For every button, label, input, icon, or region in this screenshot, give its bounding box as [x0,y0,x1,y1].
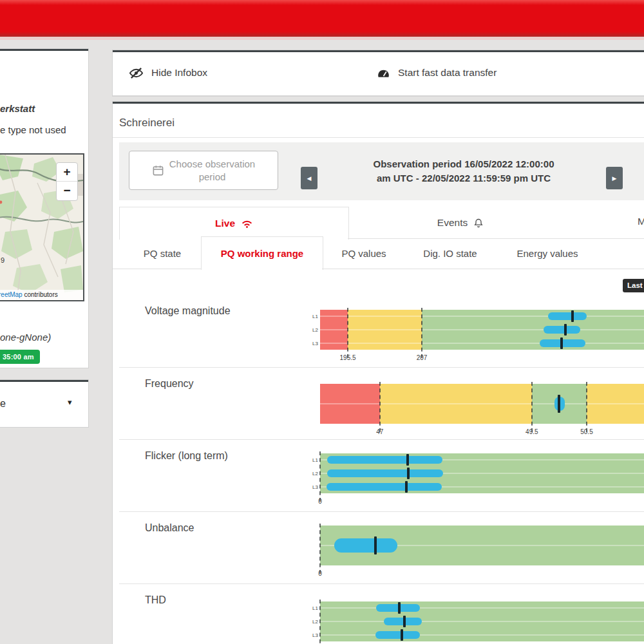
subtab-underline-right [322,269,644,269]
working-range-chart: 0L1L2L3 [320,453,644,493]
start-fast-data-transfer-button[interactable]: Start fast data transfer [377,52,497,93]
choose-observation-period-button[interactable]: Choose observation period [129,151,278,190]
location-map[interactable]: + − 9 reetMap contributors [0,153,84,301]
measured-range-capsule [548,312,587,320]
range-marker [407,468,410,479]
choose-period-label-line1: Choose observation [169,158,255,171]
axis-tick-label: 0 [318,570,322,577]
zoom-out-button[interactable]: − [57,182,77,200]
range-marker [558,395,560,413]
wifi-icon [241,218,253,229]
map-place-label: 9 [1,256,5,264]
measured-range-capsule [327,483,442,491]
device-info-card: erkstatt e type not used + − 9 reet [0,49,88,368]
limit-boundary [379,382,381,432]
pq-row-unbalance: Unbalance0 [119,511,644,584]
axis-tick-label: 207 [417,354,428,361]
title-divider [113,137,644,138]
axis-tick-label: 47 [376,428,383,435]
map-zoom-control: + − [56,162,78,201]
calendar-icon [152,164,164,176]
limit-boundary [347,308,348,358]
range-marker [564,324,567,336]
subtab-energy-values[interactable]: Energy values [506,248,589,259]
map-attribution: reetMap contributors [0,290,83,300]
chevron-down-icon[interactable]: ▾ [68,397,72,407]
tabbar-underline [348,238,644,239]
tab-events[interactable]: Events [348,207,573,239]
start-fast-data-transfer-label: Start fast data transfer [398,67,497,79]
axis-tick-label: 195.5 [340,354,356,361]
device-meta-text: one-gNone) [0,332,51,343]
phase-track [320,329,644,330]
subtab-underline-left [113,269,201,269]
axis-tick-label: 49.5 [526,428,538,435]
working-range-chart: 0 [320,526,644,565]
subtab-pq-working-range[interactable]: PQ working range [201,236,323,270]
pq-row-flicker-long-term: Flicker (long term)0L1L2L3 [119,439,644,512]
range-marker [405,481,408,493]
app-header-bar [0,0,644,37]
last-update-badge: 35:00 am [0,350,40,364]
zoom-in-button[interactable]: + [57,163,77,181]
monitoring-panel: Schreinerei Choose observation period ◀ … [113,102,644,644]
pq-row-title: Voltage magnitude [145,305,231,317]
pq-row-frequency: Frequency4749.550.5 [119,367,644,440]
axis-tick-label: 50.5 [580,428,592,435]
subtab-dig-io-state[interactable]: Dig. IO state [412,248,489,259]
observation-period-line1: Observation period 16/05/2022 12:00:00 [341,157,586,171]
phase-track [320,621,644,622]
measured-range-capsule [544,326,580,334]
measured-range-capsule [375,631,420,639]
pq-row-title: Frequency [145,378,194,390]
last-period-badge[interactable]: Last [623,279,644,292]
infobox-toolbar: Hide Infobox Start fast data transfer [113,50,644,96]
range-marker [374,536,377,554]
limit-boundary [421,308,422,358]
attribution-text: contributors [23,291,58,298]
measured-range-capsule [334,538,397,553]
phase-label: L2 [310,327,318,333]
working-range-chart: 0L1L2L3 [320,601,644,641]
tab-overflow[interactable]: M [638,216,644,227]
limit-boundary [531,382,533,432]
phase-label: L2 [310,619,318,625]
hide-infobox-button[interactable]: Hide Infobox [129,52,207,93]
phase-track [320,607,644,609]
phase-label: L1 [310,457,318,463]
observation-period-text: Observation period 16/05/2022 12:00:00 a… [341,157,586,185]
site-title: Schreinerei [119,117,175,129]
subtab-pq-state[interactable]: PQ state [133,248,191,259]
speedometer-icon [377,66,390,80]
limit-boundary [319,524,321,574]
phase-label: L3 [310,340,318,346]
bell-icon [473,218,484,229]
next-period-button[interactable]: ▶ [606,167,623,189]
measured-range-capsule [327,469,443,477]
range-marker [398,602,401,614]
working-range-chart: 4749.550.5 [320,384,644,424]
hide-infobox-label: Hide Infobox [151,67,207,79]
pq-row-title: Unbalance [145,522,194,534]
previous-period-button[interactable]: ◀ [301,167,317,189]
phase-track [320,316,644,317]
observation-period-bar: Choose observation period ◀ Observation … [119,142,644,200]
tab-live-label: Live [215,218,235,229]
osm-link[interactable]: reetMap [0,291,23,298]
range-marker [571,310,574,322]
pq-row-title: THD [145,594,166,606]
range-marker [403,616,406,627]
range-marker [406,454,409,466]
phase-label: L3 [310,632,318,638]
working-range-chart: 195.5207L1L2L3 [320,310,644,350]
pq-row-title: Flicker (long term) [145,450,228,462]
phase-track [320,343,644,344]
limit-boundary [586,382,587,432]
subtab-pq-values[interactable]: PQ values [332,248,396,259]
phase-track [320,634,644,636]
choose-period-label-line2: period [169,171,255,184]
limit-boundary [319,600,321,644]
tab-live[interactable]: Live [119,207,349,240]
header-divider [0,37,644,40]
range-marker [560,337,563,349]
